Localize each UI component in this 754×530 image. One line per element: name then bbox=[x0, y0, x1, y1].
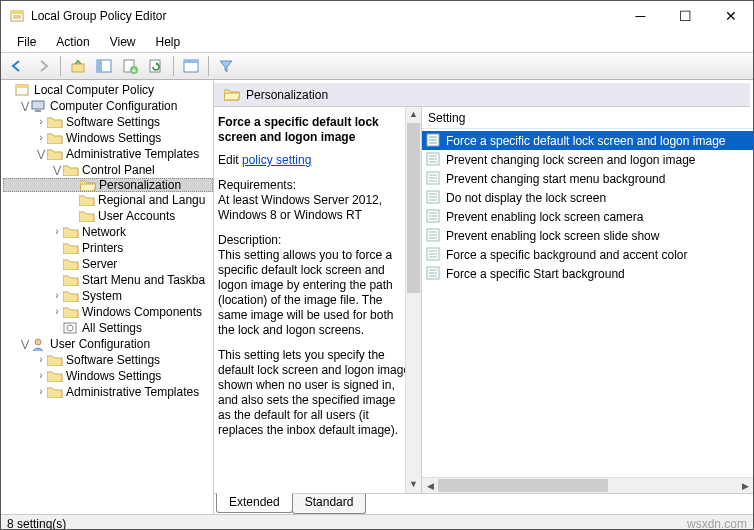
tree-system[interactable]: ›System bbox=[3, 288, 213, 304]
menu-help[interactable]: Help bbox=[148, 33, 189, 51]
list-item-label: Do not display the lock screen bbox=[446, 191, 606, 205]
tree-windows-components[interactable]: ›Windows Components bbox=[3, 304, 213, 320]
scroll-left-icon[interactable]: ◀ bbox=[422, 478, 438, 493]
folder-icon bbox=[63, 305, 79, 319]
tree-user-windows[interactable]: ›Windows Settings bbox=[3, 368, 213, 384]
svg-rect-14 bbox=[32, 101, 44, 109]
list-item[interactable]: Force a specific default lock screen and… bbox=[422, 131, 753, 150]
tree-label: Computer Configuration bbox=[50, 99, 177, 113]
scroll-up-icon[interactable]: ▲ bbox=[406, 107, 421, 123]
export-button[interactable] bbox=[118, 54, 142, 78]
vertical-scrollbar[interactable]: ▲ ▼ bbox=[405, 107, 421, 493]
up-button[interactable] bbox=[66, 54, 90, 78]
scroll-right-icon[interactable]: ▶ bbox=[737, 478, 753, 493]
tree-label: Administrative Templates bbox=[66, 385, 199, 399]
setting-icon bbox=[426, 171, 442, 187]
forward-button[interactable] bbox=[31, 54, 55, 78]
description-heading: Description: bbox=[218, 233, 281, 247]
tree-label: System bbox=[82, 289, 122, 303]
toolbar-separator bbox=[60, 56, 61, 76]
user-icon bbox=[31, 337, 47, 351]
refresh-button[interactable] bbox=[144, 54, 168, 78]
tree-root[interactable]: Local Computer Policy bbox=[3, 82, 213, 98]
list-item[interactable]: Do not display the lock screen bbox=[422, 188, 753, 207]
list-item[interactable]: Prevent enabling lock screen camera bbox=[422, 207, 753, 226]
setting-icon bbox=[426, 209, 442, 225]
toolbar bbox=[1, 52, 753, 80]
maximize-button[interactable]: ☐ bbox=[663, 1, 708, 31]
requirements-body: At least Windows Server 2012, Windows 8 … bbox=[218, 193, 382, 222]
setting-icon bbox=[426, 247, 442, 263]
list-item-label: Prevent enabling lock screen camera bbox=[446, 210, 643, 224]
scroll-thumb[interactable] bbox=[438, 479, 608, 492]
menu-view[interactable]: View bbox=[102, 33, 144, 51]
list-item[interactable]: Prevent changing start menu background bbox=[422, 169, 753, 188]
tree-pane[interactable]: Local Computer Policy ⋁Computer Configur… bbox=[1, 80, 214, 514]
edit-label: Edit bbox=[218, 153, 242, 167]
scroll-thumb[interactable] bbox=[407, 123, 420, 293]
tree-personalization[interactable]: Personalization bbox=[3, 178, 213, 192]
settings-icon bbox=[63, 321, 79, 335]
tree-control-panel[interactable]: ⋁Control Panel bbox=[3, 162, 213, 178]
tree-label: Control Panel bbox=[82, 163, 155, 177]
tab-standard[interactable]: Standard bbox=[292, 494, 367, 514]
horizontal-scrollbar[interactable]: ◀ ▶ bbox=[422, 477, 753, 493]
tree-user-software[interactable]: ›Software Settings bbox=[3, 352, 213, 368]
tree-start-menu[interactable]: Start Menu and Taskba bbox=[3, 272, 213, 288]
settings-list: Force a specific default lock screen and… bbox=[422, 129, 753, 493]
tree-label: Start Menu and Taskba bbox=[82, 273, 205, 287]
filter-button[interactable] bbox=[214, 54, 238, 78]
watermark: wsxdn.com bbox=[687, 517, 747, 530]
tree-software-settings[interactable]: ›Software Settings bbox=[3, 114, 213, 130]
tree-windows-settings[interactable]: ›Windows Settings bbox=[3, 130, 213, 146]
tab-extended[interactable]: Extended bbox=[216, 493, 293, 513]
list-item[interactable]: Prevent changing lock screen and logon i… bbox=[422, 150, 753, 169]
tree-server[interactable]: Server bbox=[3, 256, 213, 272]
list-item[interactable]: Force a specific Start background bbox=[422, 264, 753, 283]
list-item[interactable]: Force a specific background and accent c… bbox=[422, 245, 753, 264]
tree-user-accounts[interactable]: User Accounts bbox=[3, 208, 213, 224]
scroll-down-icon[interactable]: ▼ bbox=[406, 477, 421, 493]
tree-computer-config[interactable]: ⋁Computer Configuration bbox=[3, 98, 213, 114]
svg-rect-11 bbox=[184, 60, 198, 63]
svg-rect-15 bbox=[35, 110, 41, 112]
tree-admin-templates[interactable]: ⋁Administrative Templates bbox=[3, 146, 213, 162]
menu-action[interactable]: Action bbox=[48, 33, 97, 51]
tree-printers[interactable]: Printers bbox=[3, 240, 213, 256]
minimize-button[interactable]: ─ bbox=[618, 1, 663, 31]
tree-label: Printers bbox=[82, 241, 123, 255]
back-button[interactable] bbox=[5, 54, 29, 78]
svg-rect-4 bbox=[72, 64, 84, 72]
folder-icon bbox=[63, 273, 79, 287]
svg-point-18 bbox=[35, 339, 41, 345]
settings-list-pane: Setting Force a specific default lock sc… bbox=[421, 107, 753, 493]
edit-policy-link[interactable]: policy setting bbox=[242, 153, 311, 167]
show-hide-tree-button[interactable] bbox=[92, 54, 116, 78]
tree-label: Administrative Templates bbox=[66, 147, 199, 161]
tree-label: Windows Settings bbox=[66, 369, 161, 383]
tree-label: Software Settings bbox=[66, 353, 160, 367]
folder-icon bbox=[63, 163, 79, 177]
folder-icon bbox=[47, 353, 63, 367]
list-item-label: Prevent enabling lock screen slide show bbox=[446, 229, 659, 243]
tree-user-admin[interactable]: ›Administrative Templates bbox=[3, 384, 213, 400]
tree-all-settings[interactable]: All Settings bbox=[3, 320, 213, 336]
tree-label: User Accounts bbox=[98, 209, 175, 223]
folder-icon bbox=[47, 369, 63, 383]
column-header-setting[interactable]: Setting bbox=[422, 107, 753, 129]
setting-icon bbox=[426, 228, 442, 244]
close-button[interactable]: ✕ bbox=[708, 1, 753, 31]
menu-file[interactable]: File bbox=[9, 33, 44, 51]
menubar: File Action View Help bbox=[1, 31, 753, 52]
folder-icon bbox=[79, 209, 95, 223]
properties-button[interactable] bbox=[179, 54, 203, 78]
list-item[interactable]: Prevent enabling lock screen slide show bbox=[422, 226, 753, 245]
setting-icon bbox=[426, 266, 442, 282]
tree-regional[interactable]: Regional and Langu bbox=[3, 192, 213, 208]
tree-network[interactable]: ›Network bbox=[3, 224, 213, 240]
status-text: 8 setting(s) bbox=[7, 517, 66, 530]
tree-label: Software Settings bbox=[66, 115, 160, 129]
tree-label: Personalization bbox=[99, 178, 181, 192]
toolbar-separator bbox=[173, 56, 174, 76]
tree-user-config[interactable]: ⋁User Configuration bbox=[3, 336, 213, 352]
